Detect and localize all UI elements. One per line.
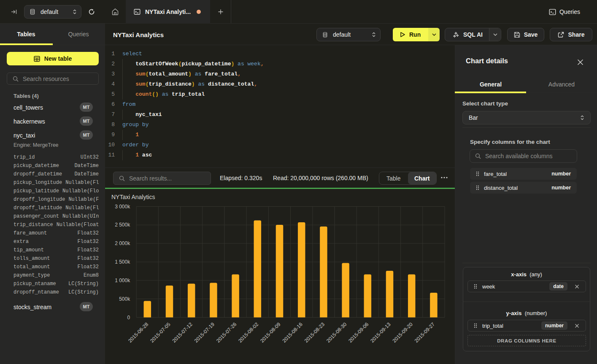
svg-text:2015-07-05: 2015-07-05 — [149, 321, 172, 344]
svg-text:2015-07-12: 2015-07-12 — [171, 321, 194, 344]
svg-text:2015-09-20: 2015-09-20 — [392, 321, 414, 344]
svg-text:2015-08-09: 2015-08-09 — [259, 321, 282, 344]
svg-text:2015-08-30: 2015-08-30 — [325, 321, 348, 344]
svg-text:2015-08-16: 2015-08-16 — [281, 321, 304, 344]
svg-text:2015-09-27: 2015-09-27 — [413, 321, 436, 344]
svg-text:2 000k: 2 000k — [115, 240, 130, 246]
svg-text:2015-08-02: 2015-08-02 — [237, 321, 260, 344]
svg-text:1 000k: 1 000k — [115, 278, 130, 283]
svg-text:3 000k: 3 000k — [115, 204, 130, 210]
svg-text:2015-07-26: 2015-07-26 — [215, 321, 238, 344]
svg-text:2015-07-19: 2015-07-19 — [193, 321, 216, 344]
svg-text:2015-09-06: 2015-09-06 — [347, 321, 370, 344]
svg-text:2 500k: 2 500k — [115, 222, 130, 228]
svg-text:0: 0 — [127, 315, 130, 321]
svg-text:2015-06-28: 2015-06-28 — [127, 321, 150, 344]
svg-text:1 500k: 1 500k — [115, 259, 130, 265]
svg-text:500k: 500k — [119, 296, 130, 302]
svg-text:2015-09-13: 2015-09-13 — [369, 321, 392, 344]
svg-text:2015-08-23: 2015-08-23 — [303, 321, 326, 344]
